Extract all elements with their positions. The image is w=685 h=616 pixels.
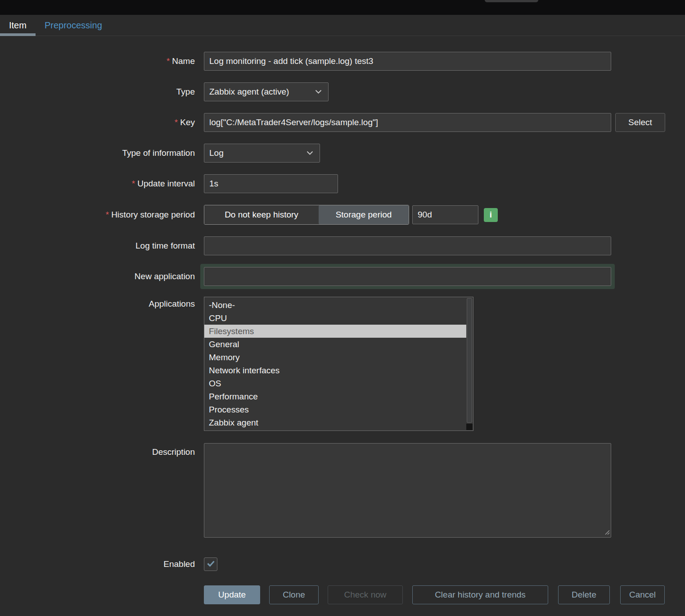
description-row: Description (0, 443, 685, 539)
clear-history-and-trends-button[interactable]: Clear history and trends (412, 585, 548, 604)
key-input[interactable] (204, 113, 611, 132)
required-asterisk: * (167, 56, 170, 66)
update-interval-row: *Update interval (0, 174, 685, 193)
description-textarea-wrap (204, 443, 611, 539)
type-select-value: Zabbix agent (active) (209, 87, 289, 97)
history-storage-segmented: Do not keep history Storage period (204, 205, 409, 225)
enabled-label: Enabled (0, 559, 195, 570)
key-row: *Key Select (0, 113, 685, 132)
check-now-button: Check now (328, 585, 403, 604)
new-application-label: New application (0, 271, 195, 282)
new-application-input[interactable] (204, 267, 611, 286)
listbox-option-performance[interactable]: Performance (204, 390, 467, 403)
required-asterisk: * (132, 179, 135, 188)
applications-listbox[interactable]: -None- CPU Filesystems General Memory Ne… (204, 297, 473, 431)
resize-grip-icon[interactable] (604, 529, 610, 537)
tab-bar: Item Preprocessing (0, 15, 685, 36)
cancel-button[interactable]: Cancel (620, 585, 665, 604)
applications-row: Applications -None- CPU Filesystems Gene… (0, 297, 685, 431)
new-application-row: New application (0, 264, 685, 289)
clone-button[interactable]: Clone (269, 585, 319, 604)
listbox-option-processes[interactable]: Processes (204, 403, 467, 416)
topbar (0, 0, 685, 15)
footer-buttons: Update Clone Check now Clear history and… (204, 585, 685, 604)
history-storage-label: *History storage period (0, 209, 195, 220)
update-interval-input[interactable] (204, 174, 338, 193)
scrollbar-thumb[interactable] (467, 298, 472, 423)
topbar-partial-button[interactable] (485, 0, 538, 2)
name-row: *Name (0, 52, 685, 71)
focus-ring (200, 264, 615, 289)
listbox-option-network-interfaces[interactable]: Network interfaces (204, 364, 467, 377)
item-form: *Name Type Zabbix agent (active) *Key Se… (0, 52, 685, 604)
log-time-format-row: Log time format (0, 236, 685, 255)
storage-period-option[interactable]: Storage period (319, 205, 409, 224)
checkmark-icon (207, 560, 215, 569)
listbox-option-general[interactable]: General (204, 338, 467, 351)
listbox-option-memory[interactable]: Memory (204, 351, 467, 364)
update-interval-label: *Update interval (0, 178, 195, 189)
tab-preprocessing-label: Preprocessing (45, 20, 102, 31)
key-label: *Key (0, 117, 195, 128)
type-label: Type (0, 86, 195, 97)
update-button[interactable]: Update (204, 585, 260, 604)
listbox-option-none[interactable]: -None- (204, 299, 467, 312)
scrollbar-track-end (466, 424, 473, 430)
description-label: Description (0, 443, 195, 457)
description-textarea[interactable] (204, 443, 611, 538)
required-asterisk: * (175, 118, 178, 127)
type-of-information-select[interactable]: Log (204, 144, 320, 163)
tab-item-label: Item (9, 20, 27, 31)
listbox-option-os[interactable]: OS (204, 377, 467, 390)
name-label: *Name (0, 56, 195, 67)
listbox-scrollbar[interactable] (466, 298, 473, 430)
applications-label: Applications (0, 297, 195, 309)
storage-period-input[interactable] (412, 205, 478, 224)
delete-button[interactable]: Delete (558, 585, 610, 604)
enabled-row: Enabled (0, 557, 685, 571)
name-input[interactable] (204, 52, 611, 71)
type-of-information-value: Log (209, 148, 224, 158)
required-asterisk: * (106, 210, 109, 219)
key-select-button[interactable]: Select (615, 113, 665, 132)
type-select[interactable]: Zabbix agent (active) (204, 82, 329, 101)
type-row: Type Zabbix agent (active) (0, 82, 685, 101)
listbox-option-filesystems[interactable]: Filesystems (204, 325, 467, 338)
log-time-format-input[interactable] (204, 236, 611, 255)
do-not-keep-history-option[interactable]: Do not keep history (204, 205, 319, 224)
tab-preprocessing[interactable]: Preprocessing (36, 15, 111, 36)
listbox-option-cpu[interactable]: CPU (204, 312, 467, 325)
info-icon[interactable]: i (484, 208, 498, 222)
listbox-option-zabbix-agent[interactable]: Zabbix agent (204, 416, 467, 429)
tab-item[interactable]: Item (0, 15, 36, 36)
history-storage-row: *History storage period Do not keep hist… (0, 205, 685, 225)
type-of-information-label: Type of information (0, 148, 195, 159)
enabled-checkbox[interactable] (204, 557, 217, 571)
type-of-information-row: Type of information Log (0, 144, 685, 163)
chevron-down-icon (315, 90, 322, 94)
chevron-down-icon (306, 151, 313, 155)
log-time-format-label: Log time format (0, 240, 195, 251)
